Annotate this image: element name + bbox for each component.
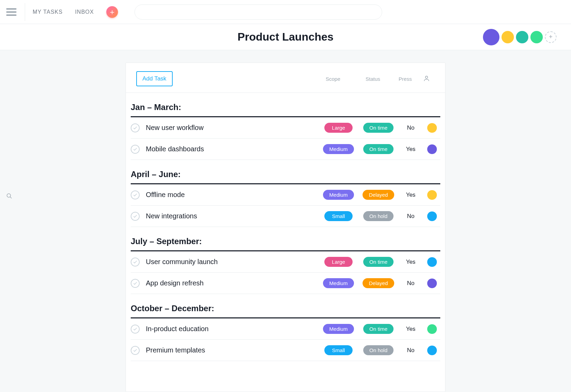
col-header-assignee[interactable] xyxy=(418,75,435,83)
section-title[interactable]: Jan – March: xyxy=(131,99,440,117)
press-cell[interactable]: No xyxy=(398,213,424,220)
task-name[interactable]: Mobile dashboards xyxy=(146,145,318,153)
scope-cell[interactable]: Medium xyxy=(318,324,359,334)
complete-checkbox[interactable] xyxy=(131,258,140,266)
status-pill: Delayed xyxy=(363,278,394,288)
status-cell[interactable]: On hold xyxy=(359,211,398,221)
nav-my-tasks[interactable]: MY TASKS xyxy=(33,9,63,15)
assignee-avatar xyxy=(427,123,437,133)
divider xyxy=(25,3,25,21)
task-panel: Add Task Scope Status Press Jan – March:… xyxy=(126,63,445,392)
col-header-status[interactable]: Status xyxy=(354,76,392,82)
svg-line-1 xyxy=(10,197,12,198)
status-cell[interactable]: On hold xyxy=(359,345,398,355)
task-name[interactable]: New integrations xyxy=(146,212,318,220)
task-name[interactable]: Offline mode xyxy=(146,191,318,199)
status-pill: On time xyxy=(363,144,394,154)
person-icon xyxy=(423,75,430,82)
check-icon xyxy=(133,193,138,197)
complete-checkbox[interactable] xyxy=(131,123,140,132)
complete-checkbox[interactable] xyxy=(131,279,140,288)
assignee-avatar xyxy=(427,324,437,334)
task-name[interactable]: New user workflow xyxy=(146,124,318,132)
scope-cell[interactable]: Medium xyxy=(318,190,359,200)
status-cell[interactable]: On time xyxy=(359,144,398,154)
scope-cell[interactable]: Medium xyxy=(318,144,359,154)
collaborator-avatar[interactable] xyxy=(516,31,528,43)
task-name[interactable]: App design refresh xyxy=(146,279,318,287)
assignee-cell[interactable] xyxy=(424,144,440,154)
task-row[interactable]: App design refreshMediumDelayedNo xyxy=(131,273,440,294)
assignee-cell[interactable] xyxy=(424,211,440,221)
assignee-cell[interactable] xyxy=(424,257,440,267)
section: Jan – March:New user workflowLargeOn tim… xyxy=(126,93,445,160)
press-cell[interactable]: Yes xyxy=(398,326,424,333)
check-icon xyxy=(133,126,138,130)
complete-checkbox[interactable] xyxy=(131,145,140,154)
collaborator-avatar[interactable] xyxy=(502,31,514,43)
scope-cell[interactable]: Large xyxy=(318,123,359,133)
press-cell[interactable]: Yes xyxy=(398,192,424,198)
complete-checkbox[interactable] xyxy=(131,346,140,355)
task-row[interactable]: In-product educationMediumOn timeYes xyxy=(131,318,440,340)
scope-pill: Medium xyxy=(323,278,354,288)
assignee-cell[interactable] xyxy=(424,123,440,133)
press-cell[interactable]: No xyxy=(398,347,424,354)
plus-icon: ＋ xyxy=(108,8,116,16)
column-headers: Scope Status Press xyxy=(312,75,435,83)
section-title[interactable]: July – September: xyxy=(131,233,440,251)
col-header-scope[interactable]: Scope xyxy=(312,76,354,82)
task-row[interactable]: New user workflowLargeOn timeNo xyxy=(131,117,440,139)
task-name[interactable]: In-product education xyxy=(146,325,318,333)
task-row[interactable]: Mobile dashboardsMediumOn timeYes xyxy=(131,139,440,160)
assignee-cell[interactable] xyxy=(424,190,440,200)
col-header-press[interactable]: Press xyxy=(392,76,418,82)
svg-point-0 xyxy=(7,194,11,197)
add-task-button[interactable]: Add Task xyxy=(136,71,173,86)
press-cell[interactable]: No xyxy=(398,280,424,287)
status-cell[interactable]: On time xyxy=(359,324,398,334)
status-cell[interactable]: Delayed xyxy=(359,278,398,288)
check-icon xyxy=(133,260,138,264)
status-cell[interactable]: Delayed xyxy=(359,190,398,200)
complete-checkbox[interactable] xyxy=(131,212,140,221)
scope-cell[interactable]: Small xyxy=(318,345,359,355)
task-name[interactable]: Premium templates xyxy=(146,346,318,354)
section: July – September:User community launchLa… xyxy=(126,227,445,294)
task-row[interactable]: New integrationsSmallOn holdNo xyxy=(131,206,440,227)
menu-icon[interactable] xyxy=(6,6,18,18)
collaborator-avatar[interactable] xyxy=(530,31,543,43)
assignee-cell[interactable] xyxy=(424,346,440,355)
assignee-avatar xyxy=(427,346,437,355)
press-cell[interactable]: No xyxy=(398,124,424,131)
scope-cell[interactable]: Medium xyxy=(318,278,359,288)
scope-cell[interactable]: Large xyxy=(318,257,359,267)
check-icon xyxy=(133,214,138,219)
section: April – June:Offline modeMediumDelayedYe… xyxy=(126,160,445,227)
press-cell[interactable]: Yes xyxy=(398,146,424,153)
scope-pill: Large xyxy=(324,123,353,133)
task-row[interactable]: Offline modeMediumDelayedYes xyxy=(131,184,440,206)
task-row[interactable]: Premium templatesSmallOn holdNo xyxy=(131,340,440,361)
search-input[interactable] xyxy=(134,4,382,20)
status-cell[interactable]: On time xyxy=(359,257,398,267)
press-cell[interactable]: Yes xyxy=(398,259,424,265)
add-collaborator-button[interactable]: + xyxy=(545,31,557,43)
assignee-avatar xyxy=(427,257,437,267)
section-title[interactable]: April – June: xyxy=(131,166,440,184)
scope-cell[interactable]: Small xyxy=(318,211,359,221)
workspace: Add Task Scope Status Press Jan – March:… xyxy=(0,50,571,392)
scope-pill: Large xyxy=(324,257,353,267)
assignee-cell[interactable] xyxy=(424,279,440,288)
section-title[interactable]: October – December: xyxy=(131,300,440,318)
assignee-cell[interactable] xyxy=(424,324,440,334)
task-name[interactable]: User community launch xyxy=(146,258,318,266)
complete-checkbox[interactable] xyxy=(131,325,140,334)
task-row[interactable]: User community launchLargeOn timeYes xyxy=(131,251,440,273)
complete-checkbox[interactable] xyxy=(131,190,140,199)
status-cell[interactable]: On time xyxy=(359,123,398,133)
global-add-button[interactable]: ＋ xyxy=(106,6,118,18)
section: October – December:In-product educationM… xyxy=(126,294,445,361)
nav-inbox[interactable]: INBOX xyxy=(75,9,94,15)
collaborator-avatar[interactable] xyxy=(483,29,499,45)
